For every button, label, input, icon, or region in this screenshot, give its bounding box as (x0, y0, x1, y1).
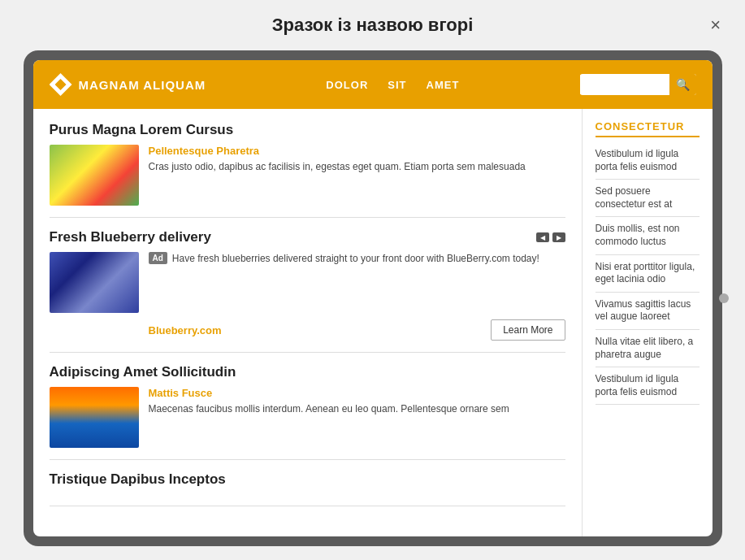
logo-area: MAGNAM ALIQUAM (50, 73, 206, 96)
article-excerpt-2: Maecenas faucibus mollis interdum. Aenea… (149, 402, 565, 416)
nav-link-dolor[interactable]: DOLOR (326, 79, 368, 91)
article-row-2: Mattis Fusce Maecenas faucibus mollis in… (50, 387, 565, 448)
article-block-3: Tristique Dapibus Inceptos (50, 471, 565, 506)
content-area: Purus Magna Lorem Cursus Pellentesque Ph… (33, 109, 583, 536)
article-image-2 (50, 387, 139, 448)
ad-content: Ad Have fresh blueberries delivered stra… (149, 252, 565, 266)
article-img-fruit (50, 145, 139, 206)
article-img-palm (50, 387, 139, 448)
ad-control-forward[interactable]: ▶ (552, 232, 565, 242)
author-name-1: Pellentesque Pharetra (149, 145, 565, 157)
nav-link-amet[interactable]: AMET (427, 79, 460, 91)
nav-link-sit[interactable]: SIT (388, 79, 406, 91)
article-title-1: Purus Magna Lorem Cursus (50, 122, 565, 138)
scroll-dot (719, 293, 729, 303)
ad-title: Fresh Blueberry delivery (50, 229, 211, 245)
ad-block: Fresh Blueberry delivery ◀ ▶ Ad Have fre… (50, 229, 565, 353)
sidebar-title: CONSECTETUR (596, 120, 700, 137)
ad-image (50, 252, 139, 313)
sidebar-item-2: Sed posuere consectetur est at (596, 180, 700, 217)
ad-header: Fresh Blueberry delivery ◀ ▶ (50, 229, 565, 245)
modal-title: Зразок із назвою вгорі (272, 15, 474, 36)
article-excerpt-1: Cras justo odio, dapibus ac facilisis in… (149, 160, 565, 174)
ad-control-back[interactable]: ◀ (536, 232, 549, 242)
article-text-2: Mattis Fusce Maecenas faucibus mollis in… (149, 387, 565, 416)
article-block-2: Adipiscing Amet Sollicitudin Mattis Fusc… (50, 364, 565, 460)
close-button[interactable]: × (710, 16, 721, 34)
article-block-1: Purus Magna Lorem Cursus Pellentesque Ph… (50, 122, 565, 218)
article-text-1: Pellentesque Pharetra Cras justo odio, d… (149, 145, 565, 174)
article-title-3: Tristique Dapibus Inceptos (50, 471, 565, 488)
main-content: Purus Magna Lorem Cursus Pellentesque Ph… (33, 109, 713, 536)
search-input[interactable] (580, 75, 669, 94)
nav-links: DOLOR SIT AMET (230, 79, 555, 91)
author-name-2: Mattis Fusce (149, 387, 565, 399)
ad-domain: Blueberry.com (149, 324, 222, 336)
logo-icon (50, 73, 72, 96)
logo-text: MAGNAM ALIQUAM (79, 78, 206, 92)
search-box: 🔍 (580, 74, 696, 95)
sidebar-item-4: Nisi erat porttitor ligula, eget lacinia… (596, 255, 700, 293)
search-button[interactable]: 🔍 (669, 74, 696, 95)
modal-header: Зразок із назвою вгорі × (0, 0, 745, 50)
ad-body: Ad Have fresh blueberries delivered stra… (50, 252, 565, 313)
ad-badge: Ad (149, 252, 167, 264)
sidebar-item-7: Vestibulum id ligula porta felis euismod (596, 367, 700, 405)
learn-more-button[interactable]: Learn More (491, 319, 565, 341)
sidebar-item-6: Nulla vitae elit libero, a pharetra augu… (596, 330, 700, 367)
ad-img-blueberry (50, 252, 139, 313)
article-row-1: Pellentesque Pharetra Cras justo odio, d… (50, 145, 565, 206)
article-image-1 (50, 145, 139, 206)
article-title-2: Adipiscing Amet Sollicitudin (50, 364, 565, 380)
sidebar-item-1: Vestibulum id ligula porta felis euismod (596, 142, 700, 180)
ad-text: Have fresh blueberries delivered straigh… (172, 252, 565, 266)
device-inner: MAGNAM ALIQUAM DOLOR SIT AMET 🔍 Purus Ma… (33, 60, 713, 536)
sidebar: CONSECTETUR Vestibulum id ligula porta f… (583, 109, 713, 536)
sidebar-item-5: Vivamus sagittis lacus vel augue laoreet (596, 293, 700, 330)
ad-footer: Blueberry.com Learn More (50, 319, 565, 341)
device-frame: MAGNAM ALIQUAM DOLOR SIT AMET 🔍 Purus Ma… (24, 50, 722, 546)
site-nav: MAGNAM ALIQUAM DOLOR SIT AMET 🔍 (33, 60, 713, 109)
ad-controls: ◀ ▶ (536, 232, 565, 242)
sidebar-item-3: Duis mollis, est non commodo luctus (596, 217, 700, 254)
logo-icon-inner (55, 79, 67, 90)
